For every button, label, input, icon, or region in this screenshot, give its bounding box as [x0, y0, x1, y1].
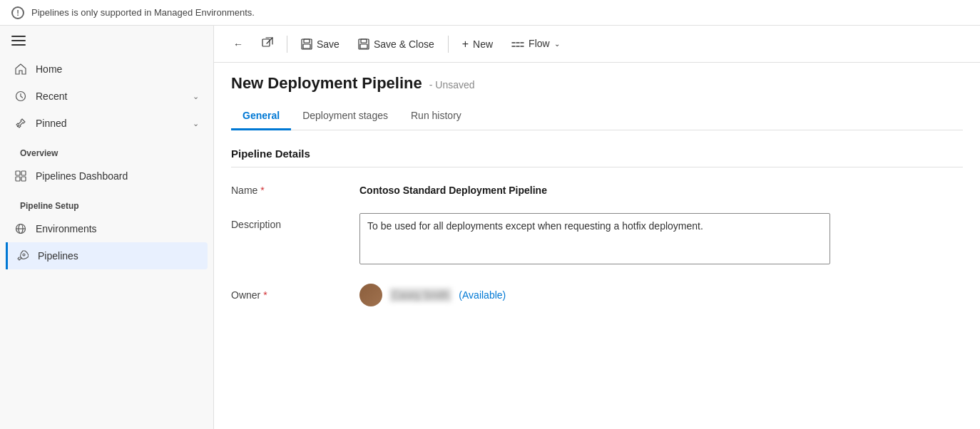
- pipeline-setup-section-label: Pipeline Setup: [6, 190, 208, 215]
- sidebar-item-dashboard-label: Pipelines Dashboard: [36, 170, 199, 182]
- page-title-row: New Deployment Pipeline - Unsaved: [231, 74, 963, 93]
- save-close-icon: [358, 38, 369, 51]
- flow-button[interactable]: Flow ⌄: [504, 33, 568, 54]
- pipeline-details-section-title: Pipeline Details: [231, 148, 963, 167]
- name-label: Name *: [231, 179, 345, 196]
- owner-status: (Available): [459, 289, 506, 301]
- overview-section-label: Overview: [6, 137, 208, 162]
- warning-icon: !: [11, 6, 24, 19]
- svg-rect-16: [361, 39, 367, 43]
- name-required-star: *: [260, 185, 264, 196]
- svg-rect-4: [16, 177, 20, 181]
- flow-chevron-icon: ⌄: [554, 40, 560, 48]
- svg-rect-5: [21, 177, 26, 181]
- description-label: Description: [231, 213, 345, 230]
- description-label-text: Description: [231, 219, 281, 230]
- rocket-icon: [16, 249, 29, 262]
- pinned-chevron-icon: ⌄: [193, 119, 199, 128]
- flow-label: Flow: [529, 38, 550, 49]
- sidebar-item-environments-label: Environments: [36, 223, 199, 234]
- sidebar-item-recent-label: Recent: [36, 91, 184, 102]
- svg-point-9: [23, 254, 25, 256]
- page-subtitle: - Unsaved: [429, 79, 475, 91]
- new-window-icon: [262, 37, 273, 51]
- sidebar-header: [0, 26, 213, 56]
- sidebar-nav: Home Recent ⌄: [0, 56, 213, 269]
- svg-rect-14: [303, 44, 310, 48]
- sidebar-item-pinned[interactable]: Pinned ⌄: [6, 110, 208, 137]
- globe-icon: [14, 222, 27, 235]
- svg-rect-10: [262, 39, 270, 46]
- new-window-button[interactable]: [254, 32, 281, 56]
- pin-icon: [14, 117, 27, 130]
- new-plus-icon: +: [462, 38, 469, 51]
- sidebar-item-pipelines[interactable]: Pipelines: [6, 242, 208, 269]
- back-icon: ←: [233, 38, 243, 50]
- save-label: Save: [317, 38, 340, 50]
- sidebar-item-recent[interactable]: Recent ⌄: [6, 83, 208, 110]
- sidebar-item-home-label: Home: [36, 63, 199, 75]
- svg-rect-17: [360, 44, 367, 48]
- description-textarea-wrapper: [359, 213, 963, 267]
- save-icon: [301, 38, 312, 51]
- owner-required-star: *: [263, 289, 267, 301]
- form-content: Pipeline Details Name * Contoso Standard…: [214, 130, 980, 429]
- save-close-button[interactable]: Save & Close: [350, 33, 442, 56]
- sidebar-item-pipelines-label: Pipelines: [38, 250, 199, 262]
- home-icon: [14, 63, 27, 76]
- recent-chevron-icon: ⌄: [193, 92, 199, 101]
- save-close-label: Save & Close: [374, 38, 434, 50]
- owner-name-blurred: Casey Smith: [389, 288, 451, 302]
- svg-rect-2: [16, 171, 20, 175]
- tabs: General Deployment stages Run history: [231, 104, 963, 130]
- sidebar-item-pinned-label: Pinned: [36, 118, 184, 129]
- owner-avatar: [359, 284, 382, 306]
- svg-rect-13: [304, 39, 310, 43]
- page-title: New Deployment Pipeline: [231, 74, 422, 93]
- sidebar: Home Recent ⌄: [0, 26, 214, 429]
- sidebar-item-home[interactable]: Home: [6, 56, 208, 83]
- tab-general[interactable]: General: [231, 104, 291, 130]
- name-value: Contoso Standard Deployment Pipeline: [359, 179, 963, 196]
- toolbar-divider-2: [448, 36, 449, 53]
- owner-form-row: Owner * Casey Smith (Available): [231, 284, 963, 306]
- banner-text: Pipelines is only supported in Managed E…: [31, 7, 255, 18]
- tab-deployment-stages[interactable]: Deployment stages: [291, 104, 399, 130]
- new-label: New: [473, 38, 493, 50]
- svg-rect-3: [21, 171, 26, 175]
- main-content: ←: [214, 26, 980, 429]
- new-button[interactable]: + New: [454, 33, 501, 56]
- sidebar-item-environments[interactable]: Environments: [6, 215, 208, 242]
- name-form-row: Name * Contoso Standard Deployment Pipel…: [231, 179, 963, 196]
- dashboard-icon: [14, 170, 27, 182]
- managed-environments-banner: ! Pipelines is only supported in Managed…: [0, 0, 980, 26]
- back-button[interactable]: ←: [225, 33, 251, 55]
- hamburger-menu-button[interactable]: [11, 36, 26, 46]
- owner-label-text: Owner: [231, 289, 260, 301]
- flow-icon: [511, 38, 524, 49]
- sidebar-item-pipelines-dashboard[interactable]: Pipelines Dashboard: [6, 162, 208, 190]
- toolbar: ←: [214, 26, 980, 63]
- save-button[interactable]: Save: [293, 33, 347, 56]
- owner-label: Owner *: [231, 284, 345, 301]
- tab-run-history[interactable]: Run history: [399, 104, 473, 130]
- description-textarea[interactable]: [359, 213, 830, 264]
- owner-value-row: Casey Smith (Available): [359, 284, 506, 306]
- name-label-text: Name: [231, 185, 257, 196]
- toolbar-divider-1: [287, 36, 287, 53]
- description-form-row: Description: [231, 213, 963, 267]
- page-header: New Deployment Pipeline - Unsaved Genera…: [214, 63, 980, 130]
- recent-icon: [14, 90, 27, 103]
